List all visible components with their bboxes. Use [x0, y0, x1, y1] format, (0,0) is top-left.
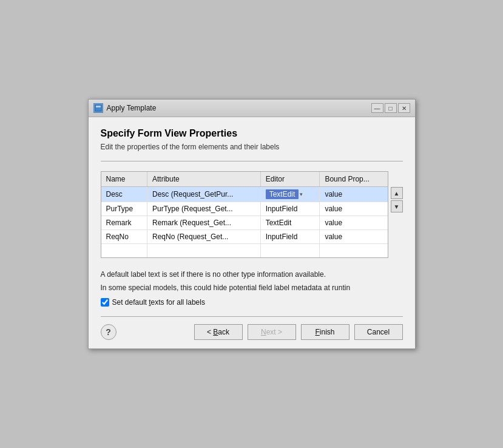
info-line2: In some special models, this could hide … — [101, 282, 403, 293]
col-bound-prop: Bound Prop... — [320, 172, 388, 187]
table-header-row: Name Attribute Editor Bound Prop... — [101, 172, 388, 187]
svg-rect-1 — [96, 106, 101, 107]
cell-attribute: Desc (Request_GetPur... — [147, 187, 260, 202]
page-subtitle: Edit the properties of the form elements… — [101, 143, 403, 151]
col-editor: Editor — [260, 172, 320, 187]
bottom-divider — [101, 316, 403, 317]
close-button[interactable]: ✕ — [398, 103, 410, 113]
table-row[interactable]: PurType PurType (Request_Get... InputFie… — [101, 202, 388, 216]
window-content: Specify Form View Properties Edit the pr… — [89, 117, 415, 348]
button-bar: ? < Back Next > Finish Cancel — [101, 324, 403, 340]
cell-name: Desc — [101, 187, 147, 202]
table-row[interactable]: ReqNo ReqNo (Request_Get... InputField v… — [101, 230, 388, 244]
page-title: Specify Form View Properties — [101, 128, 403, 139]
template-icon — [93, 103, 103, 113]
cell-editor: InputField — [260, 202, 320, 216]
default-texts-checkbox-row: Set default texts for all labels — [101, 298, 403, 307]
cell-attribute: PurType (Request_Get... — [147, 202, 260, 216]
table-row[interactable]: Remark Remark (Request_Get... TextEdit v… — [101, 216, 388, 230]
minimize-button[interactable]: — — [371, 103, 383, 113]
checkbox-label: Set default texts for all labels — [112, 298, 205, 307]
title-bar: Apply Template — □ ✕ — [89, 100, 415, 117]
properties-table-container: Name Attribute Editor Bound Prop... Desc… — [101, 171, 388, 258]
help-button[interactable]: ? — [101, 324, 116, 340]
cell-bound-prop: value — [320, 230, 388, 244]
info-line1: A default label text is set if there is … — [101, 269, 403, 280]
title-bar-controls: — □ ✕ — [371, 103, 410, 113]
properties-table: Name Attribute Editor Bound Prop... Desc… — [101, 172, 388, 257]
cell-name: Remark — [101, 216, 147, 230]
apply-template-window: Apply Template — □ ✕ Specify Form View P… — [88, 99, 416, 349]
cell-editor[interactable]: TextEdit ▾ — [260, 187, 320, 202]
default-texts-checkbox[interactable] — [101, 298, 109, 307]
cell-attribute: Remark (Request_Get... — [147, 216, 260, 230]
editor-value-selected: TextEdit — [266, 189, 299, 199]
top-divider — [101, 161, 403, 161]
window-title: Apply Template — [107, 104, 157, 112]
finish-button[interactable]: Finish — [301, 324, 349, 340]
editor-dropdown-arrow[interactable]: ▾ — [300, 191, 303, 197]
cell-bound-prop: value — [320, 216, 388, 230]
cell-attribute: ReqNo (Request_Get... — [147, 230, 260, 244]
cell-editor: InputField — [260, 230, 320, 244]
table-scroll-buttons: ▲ ▼ — [391, 187, 403, 212]
table-row-empty — [101, 244, 388, 257]
col-name: Name — [101, 172, 147, 187]
cell-name: PurType — [101, 202, 147, 216]
cell-editor: TextEdit — [260, 216, 320, 230]
cell-bound-prop: value — [320, 202, 388, 216]
back-button[interactable]: < Back — [194, 324, 243, 340]
cancel-button[interactable]: Cancel — [354, 324, 403, 340]
title-bar-left: Apply Template — [93, 103, 157, 113]
scroll-up-button[interactable]: ▲ — [391, 187, 403, 199]
scroll-down-button[interactable]: ▼ — [391, 200, 403, 212]
col-attribute: Attribute — [147, 172, 260, 187]
next-button[interactable]: Next > — [248, 324, 296, 340]
maximize-button[interactable]: □ — [385, 103, 397, 113]
cell-bound-prop: value — [320, 187, 388, 202]
cell-name: ReqNo — [101, 230, 147, 244]
table-area: Name Attribute Editor Bound Prop... Desc… — [101, 171, 403, 269]
table-row[interactable]: Desc Desc (Request_GetPur... TextEdit ▾ … — [101, 187, 388, 202]
